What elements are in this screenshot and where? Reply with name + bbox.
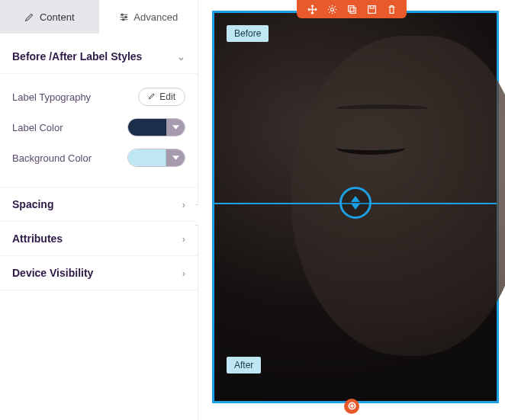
save-icon[interactable] <box>365 3 378 15</box>
tab-advanced[interactable]: Advanced <box>99 0 198 34</box>
label-styles-controls: Label Typography Edit Label Color Backgr… <box>0 74 198 188</box>
label-color-swatch <box>128 119 166 136</box>
typography-edit-button[interactable]: Edit <box>138 88 185 106</box>
after-label: After <box>227 357 261 374</box>
edit-button-label: Edit <box>159 91 175 102</box>
sidebar-tabs: Content Advanced <box>0 0 198 34</box>
before-after-widget[interactable]: Before After <box>212 11 499 403</box>
pencil-icon <box>148 91 156 102</box>
comparison-handle[interactable] <box>339 187 372 219</box>
chevron-right-icon: › <box>182 199 185 210</box>
background-color-label: Background Color <box>12 152 92 164</box>
svg-point-3 <box>330 8 333 11</box>
gear-icon[interactable] <box>326 3 338 15</box>
control-label-color: Label Color <box>12 112 185 143</box>
settings-sidebar: Content Advanced Before /After Label Sty… <box>0 0 198 420</box>
trash-icon[interactable] <box>385 3 397 15</box>
svg-point-2 <box>122 18 124 20</box>
before-label: Before <box>227 25 269 42</box>
section-label-styles[interactable]: Before /After Label Styles ⌄ <box>0 34 198 74</box>
control-typography: Label Typography Edit <box>12 82 185 112</box>
background-color-swatch <box>128 149 166 166</box>
svg-rect-4 <box>348 5 353 11</box>
section-attributes-title: Attributes <box>12 232 63 245</box>
chevron-right-icon: › <box>182 268 185 279</box>
add-widget-button[interactable] <box>344 399 359 414</box>
sliders-icon <box>118 11 129 22</box>
label-color-label: Label Color <box>12 122 63 133</box>
triangle-up-icon <box>351 196 360 202</box>
chevron-right-icon: › <box>182 233 185 245</box>
svg-point-0 <box>121 14 123 15</box>
move-icon[interactable] <box>306 3 318 15</box>
plus-icon <box>348 400 356 412</box>
duplicate-icon[interactable] <box>346 3 358 15</box>
background-color-picker[interactable] <box>127 149 185 167</box>
label-color-picker[interactable] <box>127 118 185 136</box>
chevron-down-icon: ⌄ <box>177 51 185 63</box>
chevron-down-icon <box>166 149 185 166</box>
tab-content[interactable]: Content <box>0 0 99 34</box>
chevron-down-icon <box>166 119 185 136</box>
section-device-visibility[interactable]: Device Visibility › <box>0 256 198 290</box>
section-attributes[interactable]: Attributes › <box>0 222 198 256</box>
svg-rect-5 <box>350 8 355 13</box>
tab-content-label: Content <box>40 11 75 23</box>
section-device-visibility-title: Device Visibility <box>12 267 93 279</box>
widget-toolbar <box>297 0 407 18</box>
pencil-icon <box>24 11 35 22</box>
section-spacing[interactable]: Spacing › <box>0 188 198 222</box>
control-background-color: Background Color <box>12 143 185 173</box>
section-spacing-title: Spacing <box>12 198 53 210</box>
preview-canvas: Before After <box>198 0 505 420</box>
svg-point-1 <box>125 16 127 18</box>
tab-advanced-label: Advanced <box>133 11 178 23</box>
section-label-styles-title: Before /After Label Styles <box>12 50 142 63</box>
triangle-down-icon <box>351 204 360 210</box>
typography-label: Label Typography <box>12 91 91 103</box>
svg-rect-6 <box>368 5 375 13</box>
